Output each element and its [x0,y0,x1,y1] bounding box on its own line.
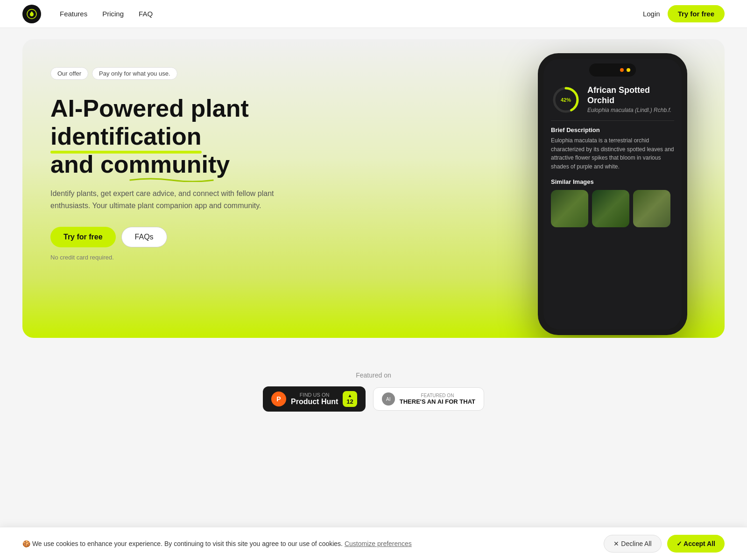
plant-common-name: African Spotted Orchid [587,85,674,105]
hero-subtitle: Identify plants, get expert care advice,… [50,188,293,211]
login-button[interactable]: Login [643,10,660,18]
nav-pricing[interactable]: Pricing [102,10,124,18]
hero-title-part2: and [50,151,100,178]
brief-title: Brief Description [551,126,674,133]
ph-text-block: FIND US ON Product Hunt [291,392,338,406]
notch-dot-orange [620,68,624,72]
similar-image-2 [592,190,629,227]
pill-pricing: Pay only for what you use. [92,67,177,80]
nav-links: Features Pricing FAQ [60,10,153,18]
notch-dot-yellow [627,68,630,72]
cookie-message: 🍪 We use cookies to enhance your experie… [22,540,343,547]
plant-name-block: African Spotted Orchid Eulophia maculata… [587,85,674,114]
similar-image-3 [633,190,670,227]
customize-preferences-link[interactable]: Customize preferences [345,540,412,547]
cookie-banner: 🍪 We use cookies to enhance your experie… [0,527,747,560]
similar-label: Similar Images [551,178,674,185]
ph-score-value: 12 [346,398,353,405]
brief-description-section: Brief Description Eulophia maculata is a… [551,126,674,171]
aithat-badge[interactable]: AI FEATURED ON THERE'S AN AI FOR THAT [373,387,484,411]
decline-all-button[interactable]: ✕ Decline All [604,535,661,553]
confidence-circle: 42% [551,85,581,115]
ph-score-badge: ▲ 12 [343,391,357,407]
try-free-nav-button[interactable]: Try for free [668,5,725,22]
faqs-button[interactable]: FAQs [121,227,167,247]
phone-screen: 42% African Spotted Orchid Eulophia macu… [543,59,682,329]
product-hunt-badge[interactable]: P FIND US ON Product Hunt ▲ 12 [263,386,366,412]
aithat-text-block: FEATURED ON THERE'S AN AI FOR THAT [400,393,475,405]
accept-all-button[interactable]: ✓ Accept All [667,535,725,553]
ph-arrow: ▲ [348,393,352,398]
hero-title: AI-Powered plant identification and comm… [50,95,312,178]
hero-title-highlighted: identification [50,123,202,151]
hero-title-part1: AI-Powered plant [50,95,249,122]
try-free-hero-button[interactable]: Try for free [50,227,116,247]
plant-scientific-name: Eulophia maculata (Lindl.) Rchb.f. [587,106,674,114]
ph-icon: P [271,392,286,406]
brief-body: Eulophia maculata is a terrestrial orchi… [551,136,674,171]
aithat-find-text: FEATURED ON [400,393,475,398]
phone-notch [589,63,636,77]
hero-title-community: community [100,151,230,179]
pill-offer: Our offer [50,67,88,80]
nav-right: Login Try for free [643,5,725,22]
cookie-buttons: ✕ Decline All ✓ Accept All [604,535,725,553]
navbar: Features Pricing FAQ Login Try for free [0,0,747,28]
ph-find-text: FIND US ON [291,392,338,398]
similar-images-section: Similar Images [551,178,674,227]
aithat-name-text: THERE'S AN AI FOR THAT [400,398,475,405]
sim-img-inner-3 [633,190,670,227]
logo[interactable] [22,5,41,23]
featured-badges: P FIND US ON Product Hunt ▲ 12 AI FEATUR… [22,386,725,412]
similar-image-1 [551,190,588,227]
cookie-text: 🍪 We use cookies to enhance your experie… [22,540,592,547]
aithat-icon: AI [382,392,395,406]
featured-label: Featured on [22,371,725,379]
similar-images-grid [551,190,674,227]
confidence-label: 42% [561,97,571,103]
nav-left: Features Pricing FAQ [22,5,153,23]
sim-img-inner-1 [551,190,588,227]
phone-mockup: 42% African Spotted Orchid Eulophia macu… [538,53,687,335]
sim-img-inner-2 [592,190,629,227]
phone-outer: 42% African Spotted Orchid Eulophia macu… [538,53,687,335]
nav-features[interactable]: Features [60,10,87,18]
plant-header: 42% African Spotted Orchid Eulophia macu… [551,85,674,121]
nav-faq[interactable]: FAQ [139,10,153,18]
hero-section: Our offer Pay only for what you use. AI-… [22,39,725,338]
featured-section: Featured on P FIND US ON Product Hunt ▲ … [0,349,747,423]
ph-name-text: Product Hunt [291,398,338,406]
